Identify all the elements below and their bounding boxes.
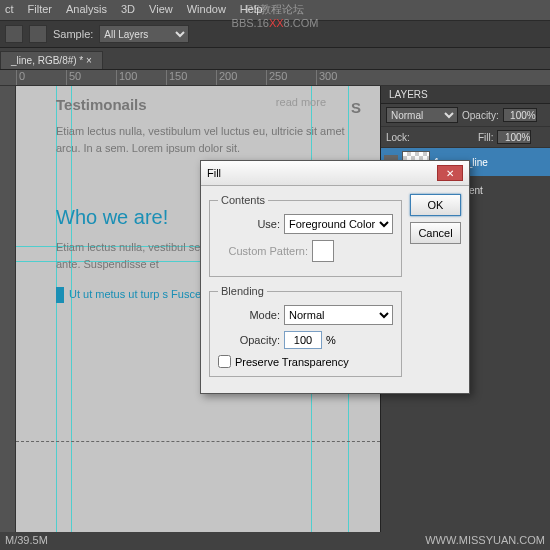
use-label: Use:: [218, 218, 280, 230]
ruler-vertical[interactable]: [0, 86, 16, 532]
menu-view[interactable]: View: [149, 3, 173, 17]
lock-position-icon[interactable]: [446, 131, 458, 143]
read-more-link: read more: [276, 96, 326, 108]
use-dropdown[interactable]: Foreground Color: [284, 214, 393, 234]
watermark-bottom-right: WWW.MISSYUAN.COM: [425, 534, 545, 548]
lock-label: Lock:: [386, 132, 410, 143]
pattern-swatch: [312, 240, 334, 262]
lock-transparency-icon[interactable]: [414, 131, 426, 143]
mode-dropdown[interactable]: Normal: [284, 305, 393, 325]
fill-input[interactable]: [497, 130, 531, 144]
selection-marquee: [16, 441, 380, 442]
preserve-transparency-checkbox[interactable]: [218, 355, 231, 368]
cancel-button[interactable]: Cancel: [410, 222, 461, 244]
menu-help[interactable]: Help: [240, 3, 263, 17]
partial-heading: S: [351, 99, 361, 116]
menu-window[interactable]: Window: [187, 3, 226, 17]
lock-all-icon[interactable]: [462, 131, 474, 143]
testimonials-heading: Testimonails: [56, 96, 147, 113]
dlg-opacity-input[interactable]: [284, 331, 322, 349]
menu-3d[interactable]: 3D: [121, 3, 135, 17]
custom-pattern-label: Custom Pattern:: [218, 245, 308, 257]
menubar: ct Filter Analysis 3D View Window Help: [0, 0, 550, 20]
dialog-titlebar[interactable]: Fill ✕: [201, 161, 469, 186]
opacity-label: Opacity:: [462, 110, 499, 121]
status-bar: M/39.5M WWW.MISSYUAN.COM: [0, 532, 550, 550]
status-doc-size: M/39.5M: [5, 534, 48, 548]
blending-legend: Blending: [218, 285, 267, 297]
menu-analysis[interactable]: Analysis: [66, 3, 107, 17]
menu-ct[interactable]: ct: [5, 3, 14, 17]
bullet-icon: [56, 287, 64, 303]
fill-dialog: Fill ✕ Contents Use: Foreground Color Cu…: [200, 160, 470, 394]
blend-mode-dropdown[interactable]: Normal: [386, 107, 458, 123]
options-bar: Sample: All Layers: [0, 20, 550, 48]
percent-label: %: [326, 334, 336, 346]
layers-panel-tab[interactable]: LAYERS: [381, 86, 550, 104]
ok-button[interactable]: OK: [410, 194, 461, 216]
contents-legend: Contents: [218, 194, 268, 206]
blending-group: Blending Mode: Normal Opacity: % Preserv…: [209, 285, 402, 377]
sample-swatch[interactable]: [29, 25, 47, 43]
sample-dropdown[interactable]: All Layers: [99, 25, 189, 43]
opacity-input[interactable]: [503, 108, 537, 122]
ruler-horizontal[interactable]: 0 50 100 150 200 250 300: [0, 70, 550, 86]
dialog-title: Fill: [207, 167, 221, 179]
tool-preset-icon[interactable]: [5, 25, 23, 43]
close-button[interactable]: ✕: [437, 165, 463, 181]
menu-filter[interactable]: Filter: [28, 3, 52, 17]
contents-group: Contents Use: Foreground Color Custom Pa…: [209, 194, 402, 277]
mode-label: Mode:: [218, 309, 280, 321]
dlg-opacity-label: Opacity:: [218, 334, 280, 346]
document-tab[interactable]: _line, RGB/8#) * ×: [0, 51, 103, 69]
testimonials-text: Etiam lectus nulla, vestibulum vel luctu…: [56, 123, 356, 156]
preserve-transparency-label: Preserve Transparency: [235, 356, 349, 368]
fill-label: Fill:: [478, 132, 494, 143]
lock-pixels-icon[interactable]: [430, 131, 442, 143]
sample-label: Sample:: [53, 28, 93, 40]
document-tabbar: _line, RGB/8#) * ×: [0, 48, 550, 70]
